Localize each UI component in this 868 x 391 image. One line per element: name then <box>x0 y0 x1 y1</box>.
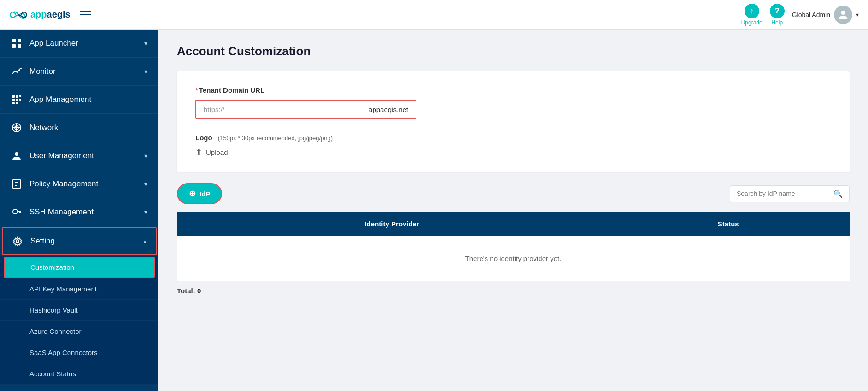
app-layout: App Launcher ▾ Monitor ▾ <box>0 30 868 391</box>
tenant-domain-input[interactable] <box>224 105 369 113</box>
sidebar-label-user-management: User Management <box>29 151 94 160</box>
upload-button[interactable]: ⬆ Upload <box>195 147 831 157</box>
col-identity-provider: Identity Provider <box>177 212 607 236</box>
svg-rect-12 <box>16 102 18 104</box>
svg-rect-3 <box>12 44 16 48</box>
idp-search-input[interactable] <box>737 190 833 197</box>
help-button[interactable]: ? Help <box>770 4 785 26</box>
table-header-row: Identity Provider Status <box>177 212 850 236</box>
svg-point-0 <box>841 10 845 14</box>
tenant-domain-card: *Tenant Domain URL https:// appaegis.net… <box>177 71 850 172</box>
svg-rect-10 <box>19 99 21 101</box>
url-suffix: appaegis.net <box>369 106 408 113</box>
setting-submenu: Customization API Key Management Hashico… <box>0 256 158 385</box>
sidebar-subitem-hashicorp[interactable]: Hashicorp Vault <box>0 300 158 321</box>
sidebar-item-app-management[interactable]: App Management <box>0 86 158 114</box>
plus-icon: ⊕ <box>189 189 196 199</box>
chevron-icon: ▾ <box>144 152 147 160</box>
chevron-icon: ▾ <box>144 68 147 75</box>
svg-rect-7 <box>19 95 21 97</box>
add-idp-button[interactable]: ⊕ IdP <box>177 183 222 204</box>
sidebar-label-app-management: App Management <box>29 95 91 104</box>
sidebar-label-network: Network <box>29 123 58 132</box>
url-prefix: https:// <box>204 106 224 113</box>
sidebar-subitem-account-status[interactable]: Account Status <box>0 363 158 385</box>
hamburger-menu[interactable] <box>80 11 91 18</box>
required-asterisk: * <box>195 86 198 94</box>
svg-point-17 <box>15 152 18 156</box>
chevron-icon: ▾ <box>144 180 147 188</box>
sidebar-item-app-launcher[interactable]: App Launcher ▾ <box>0 30 158 58</box>
svg-rect-9 <box>16 99 18 101</box>
logo-label: Logo (150px * 30px recommended, jpg/jpeg… <box>195 134 831 142</box>
upgrade-button[interactable]: ↑ Upgrade <box>741 4 762 26</box>
sidebar-subitem-azure[interactable]: Azure Connector <box>0 321 158 342</box>
sidebar-label-policy-management: Policy Management <box>29 179 98 189</box>
svg-rect-8 <box>12 99 15 101</box>
gear-icon <box>12 236 23 247</box>
idp-table: Identity Provider Status There's no iden… <box>177 212 850 281</box>
url-input-wrapper: https:// appaegis.net <box>195 100 416 119</box>
sidebar-subitem-customization[interactable]: Customization <box>4 257 155 278</box>
idp-header: ⊕ IdP 🔍 <box>177 183 850 204</box>
sidebar-label-ssh-management: SSH Management <box>29 207 94 217</box>
svg-point-22 <box>13 209 18 214</box>
policy-icon <box>11 178 22 190</box>
total-count: Total: 0 <box>177 287 850 295</box>
page-title: Account Customization <box>177 44 850 59</box>
sidebar-item-network[interactable]: Network <box>0 114 158 142</box>
chevron-up-icon: ▴ <box>143 237 147 245</box>
header: appaegis ↑ Upgrade ? Help Global Admin ▾ <box>0 0 868 30</box>
sidebar-subitem-saas[interactable]: SaaS App Connectors <box>0 342 158 363</box>
logo: appaegis <box>9 8 70 21</box>
avatar <box>834 6 852 24</box>
table-empty-row: There's no identity provider yet. <box>177 236 850 281</box>
chart-icon <box>11 66 22 77</box>
user-menu[interactable]: Global Admin ▾ <box>792 6 859 24</box>
user-chevron-icon[interactable]: ▾ <box>856 12 859 18</box>
idp-search-wrapper: 🔍 <box>730 185 850 202</box>
apps-icon <box>11 94 22 105</box>
svg-rect-11 <box>12 102 15 104</box>
logo-section: Logo (150px * 30px recommended, jpg/jpeg… <box>195 134 831 157</box>
svg-rect-5 <box>12 95 15 98</box>
svg-rect-6 <box>16 95 18 98</box>
user-icon <box>11 150 22 161</box>
svg-rect-4 <box>18 44 21 48</box>
logo-text: appaegis <box>30 9 70 20</box>
tenant-domain-label: *Tenant Domain URL <box>195 86 831 94</box>
sidebar: App Launcher ▾ Monitor ▾ <box>0 30 158 391</box>
empty-message: There's no identity provider yet. <box>177 236 850 281</box>
sidebar-item-policy-management[interactable]: Policy Management ▾ <box>0 170 158 198</box>
network-icon <box>11 122 22 133</box>
svg-point-26 <box>16 240 19 243</box>
chevron-icon: ▾ <box>144 40 147 47</box>
col-status: Status <box>607 212 850 236</box>
sidebar-item-monitor[interactable]: Monitor ▾ <box>0 58 158 86</box>
main-content: Account Customization *Tenant Domain URL… <box>158 30 868 391</box>
sidebar-label-app-launcher: App Launcher <box>29 39 78 48</box>
search-icon: 🔍 <box>833 190 843 198</box>
sidebar-subitem-api-key[interactable]: API Key Management <box>0 278 158 300</box>
header-left: appaegis <box>9 8 91 21</box>
sidebar-item-setting[interactable]: Setting ▴ <box>2 227 157 255</box>
logo-icon <box>9 8 28 21</box>
upload-icon: ⬆ <box>195 147 202 157</box>
svg-rect-2 <box>18 39 21 42</box>
chevron-icon: ▾ <box>144 208 147 216</box>
key-icon <box>11 207 22 218</box>
header-right: ↑ Upgrade ? Help Global Admin ▾ <box>741 4 859 26</box>
sidebar-item-user-management[interactable]: User Management ▾ <box>0 142 158 170</box>
sidebar-label-monitor: Monitor <box>29 67 56 76</box>
sidebar-label-setting: Setting <box>30 237 55 246</box>
idp-section: ⊕ IdP 🔍 Identity Provider Status <box>177 183 850 295</box>
grid-icon <box>11 38 22 49</box>
sidebar-item-ssh-management[interactable]: SSH Management ▾ <box>0 198 158 226</box>
svg-rect-1 <box>12 39 16 42</box>
